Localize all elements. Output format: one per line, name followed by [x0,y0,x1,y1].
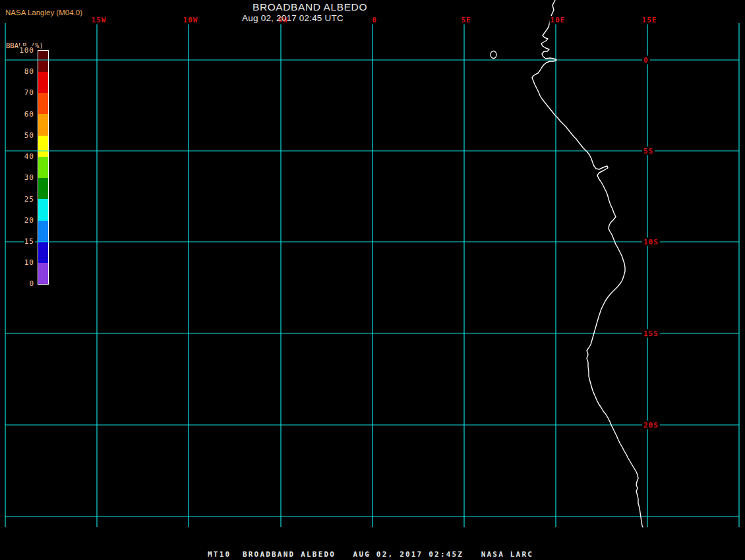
colorbar-tick-70: 70 [24,88,35,97]
longitude-label-10W: 10W [183,16,199,24]
island-outline [491,51,496,59]
source-version-label: NASA Langley (M04.0) [5,9,82,16]
colorbar-tick-20: 20 [24,216,35,225]
colorbar-tick-80: 80 [24,67,35,76]
colorbar-tick-25: 25 [24,195,35,204]
coastline-path [532,0,643,527]
colorbar-tick-60: 60 [24,110,35,119]
timestamp-subtitle: Aug 02, 2017 02:45 UTC [242,13,343,23]
colorbar-tick-40: 40 [24,152,35,161]
longitude-label-0: 0 [371,16,378,24]
map-canvas [0,0,745,560]
latitude-label-10S: 10S [642,238,660,246]
colorbar-tick-0: 0 [28,279,35,288]
colorbar-tick-100: 100 [18,46,35,55]
map-viewer: NASA Langley (M04.0) BROADBAND ALBEDO Au… [0,0,745,560]
longitude-label-10E: 10E [550,16,566,24]
longitude-label-5E: 5E [460,16,471,24]
page-title: BROADBAND ALBEDO [253,1,367,13]
latitude-label-0: 0 [642,56,650,65]
latitude-label-20S: 20S [642,421,660,430]
longitude-label-15E: 15E [641,16,658,24]
colorbar-tick-30: 30 [24,173,35,182]
longitude-label-15W: 15W [91,16,107,24]
footer-caption: MT10 BROADBAND ALBEDO AUG 02, 2017 02:45… [208,550,533,559]
colorbar-tick-15: 15 [24,237,35,246]
colorbar-tick-50: 50 [24,131,35,140]
colorbar-tick-10: 10 [24,258,35,267]
latitude-label-15S: 15S [642,329,660,338]
latitude-label-5S: 5S [642,147,655,155]
